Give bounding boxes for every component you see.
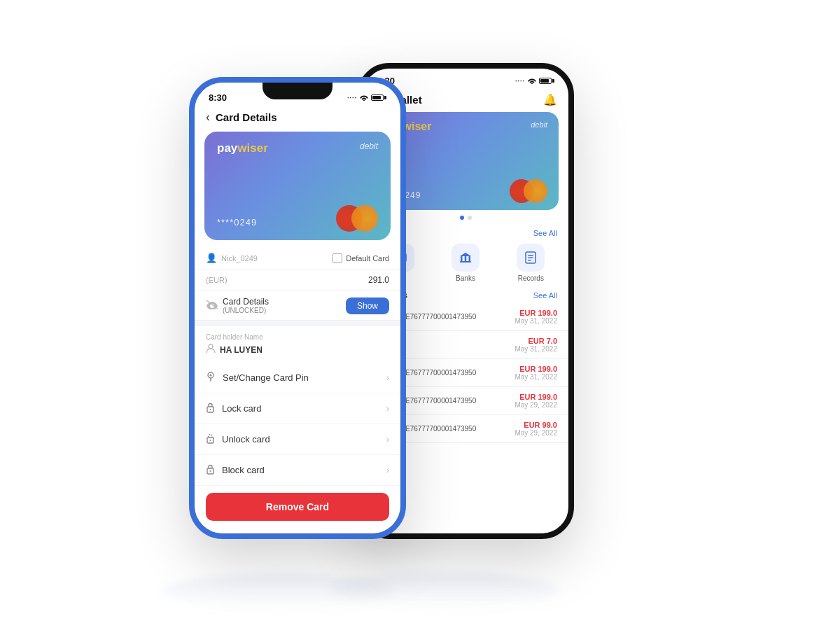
record-date: May 31, 2022 bbox=[514, 317, 557, 325]
front-battery-icon bbox=[371, 94, 386, 101]
svg-point-14 bbox=[210, 374, 212, 377]
back-card-brand: paywiser bbox=[384, 120, 547, 133]
card-details-row: Card Details (UNLOCKED) Show bbox=[195, 291, 400, 321]
record-amount: EUR 199.0 bbox=[514, 309, 557, 317]
pin-icon bbox=[206, 371, 216, 384]
dot-active bbox=[460, 216, 464, 220]
back-card-type: debit bbox=[531, 120, 547, 129]
nickname-label: Nick_0249 bbox=[221, 254, 332, 262]
lock-card-label: Lock card bbox=[222, 403, 261, 414]
card-details-main-label: Card Details bbox=[223, 297, 269, 307]
front-mc-logo bbox=[336, 205, 378, 232]
back-status-icons: ···· bbox=[515, 77, 554, 85]
front-status-icons: ···· bbox=[347, 94, 386, 102]
front-signal-icon: ···· bbox=[347, 94, 357, 102]
balance-value: 291.0 bbox=[368, 275, 389, 285]
block-card-label: Block card bbox=[222, 465, 265, 475]
default-checkbox[interactable] bbox=[332, 253, 342, 263]
front-card-brand: paywiser bbox=[217, 141, 378, 155]
front-phone: 8:30 ···· ‹ Card Details bbox=[189, 77, 406, 539]
records-see-all[interactable]: See All bbox=[533, 291, 557, 300]
person-icon bbox=[206, 344, 216, 356]
unlock-card-item[interactable]: Unlock card › bbox=[195, 424, 400, 455]
svg-rect-4 bbox=[468, 256, 470, 261]
front-card-number: ****0249 bbox=[217, 217, 257, 227]
balance-row: (EUR) 291.0 bbox=[195, 270, 400, 291]
back-mc-logo bbox=[510, 179, 547, 203]
phone-reflection-back bbox=[329, 573, 560, 608]
records-icon bbox=[517, 244, 545, 272]
eye-slash-icon bbox=[206, 300, 218, 312]
svg-rect-8 bbox=[528, 255, 533, 256]
svg-point-18 bbox=[210, 440, 211, 441]
cardholder-name: HA LUYEN bbox=[206, 344, 389, 356]
remove-card-button[interactable]: Remove Card bbox=[206, 493, 389, 521]
section-divider bbox=[195, 321, 400, 326]
page-title: Card Details bbox=[216, 111, 277, 123]
banks-icon bbox=[451, 244, 479, 272]
back-button[interactable]: ‹ bbox=[206, 110, 210, 125]
front-phone-screen: 8:30 ···· ‹ Card Details bbox=[195, 83, 400, 533]
chevron-icon: › bbox=[386, 403, 389, 414]
bell-icon[interactable]: 🔔 bbox=[543, 93, 557, 106]
record-date: May 29, 2022 bbox=[514, 401, 557, 409]
svg-rect-10 bbox=[528, 260, 531, 261]
action-records[interactable]: Records bbox=[500, 244, 561, 282]
notch bbox=[262, 83, 332, 99]
front-time: 8:30 bbox=[209, 92, 227, 103]
block-lock-icon bbox=[206, 463, 215, 477]
dot-inactive bbox=[468, 216, 472, 220]
card-details-label: Card Details (UNLOCKED) bbox=[206, 297, 269, 314]
action-banks[interactable]: Banks bbox=[435, 244, 496, 282]
svg-rect-2 bbox=[461, 256, 463, 261]
record-amount: EUR 199.0 bbox=[514, 365, 557, 373]
unlock-card-label: Unlock card bbox=[222, 434, 270, 444]
svg-point-20 bbox=[210, 470, 211, 472]
record-amount: EUR 99.0 bbox=[514, 421, 557, 429]
lock-icon bbox=[206, 402, 215, 415]
nickname-row: 👤 Nick_0249 Default Card bbox=[195, 247, 400, 270]
default-card-toggle[interactable]: Default Card bbox=[332, 253, 389, 263]
action-records-label: Records bbox=[518, 274, 544, 282]
card-locked-status: (UNLOCKED) bbox=[223, 307, 269, 314]
record-amount: EUR 7.0 bbox=[514, 337, 557, 345]
card-menu: Set/Change Card Pin › Lock card › bbox=[195, 363, 400, 486]
record-amount: EUR 199.0 bbox=[514, 393, 557, 401]
back-battery-icon bbox=[539, 78, 554, 84]
front-wifi-icon bbox=[360, 94, 368, 102]
set-pin-label: Set/Change Card Pin bbox=[223, 372, 309, 383]
chevron-icon: › bbox=[386, 434, 389, 444]
cardholder-section-label: Card holder Name bbox=[206, 333, 389, 341]
front-card-visual[interactable]: paywiser debit ****0249 bbox=[204, 132, 391, 240]
see-all-quick[interactable]: See All bbox=[533, 229, 557, 237]
block-card-item[interactable]: Block card › bbox=[195, 455, 400, 486]
front-card-type: debit bbox=[360, 141, 378, 151]
record-date: May 31, 2022 bbox=[514, 345, 557, 353]
svg-point-12 bbox=[209, 344, 213, 349]
record-date: May 29, 2022 bbox=[514, 429, 557, 437]
svg-rect-3 bbox=[465, 256, 467, 261]
currency-label: (EUR) bbox=[206, 276, 368, 284]
svg-rect-9 bbox=[528, 258, 533, 259]
svg-rect-6 bbox=[460, 261, 471, 262]
chevron-icon: › bbox=[386, 465, 389, 475]
user-icon: 👤 bbox=[206, 253, 217, 263]
cardholder-section: Card holder Name HA LUYEN bbox=[195, 326, 400, 363]
svg-marker-5 bbox=[460, 253, 471, 256]
back-wifi-icon bbox=[528, 77, 536, 85]
front-header: ‹ Card Details bbox=[195, 106, 400, 129]
record-date: May 31, 2022 bbox=[514, 373, 557, 381]
action-banks-label: Banks bbox=[456, 274, 475, 282]
svg-point-16 bbox=[210, 409, 211, 410]
back-signal-icon: ···· bbox=[515, 78, 525, 85]
scene: 8:30 ···· My Wallet 🔔 bbox=[105, 28, 735, 602]
set-pin-item[interactable]: Set/Change Card Pin › bbox=[195, 363, 400, 393]
show-button[interactable]: Show bbox=[346, 298, 389, 314]
lock-card-item[interactable]: Lock card › bbox=[195, 393, 400, 424]
default-card-label: Default Card bbox=[346, 254, 389, 262]
unlock-icon bbox=[206, 433, 215, 446]
chevron-icon: › bbox=[386, 372, 389, 383]
